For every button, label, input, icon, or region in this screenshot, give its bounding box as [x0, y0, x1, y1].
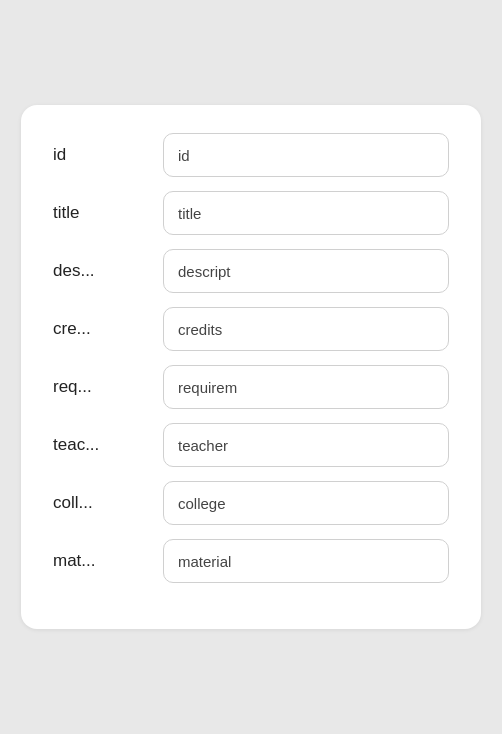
label-id-field: id	[53, 145, 163, 165]
label-teacher-field: teac...	[53, 435, 163, 455]
form-card: idtitledes...cre...req...teac...coll...m…	[21, 105, 481, 629]
title-field[interactable]	[163, 191, 449, 235]
credits-field[interactable]	[163, 307, 449, 351]
material-field[interactable]	[163, 539, 449, 583]
field-row: req...	[53, 365, 449, 409]
field-row: id	[53, 133, 449, 177]
field-row: cre...	[53, 307, 449, 351]
field-row: mat...	[53, 539, 449, 583]
label-credits-field: cre...	[53, 319, 163, 339]
field-row: des...	[53, 249, 449, 293]
label-description-field: des...	[53, 261, 163, 281]
label-title-field: title	[53, 203, 163, 223]
id-field[interactable]	[163, 133, 449, 177]
label-requirements-field: req...	[53, 377, 163, 397]
field-row: title	[53, 191, 449, 235]
label-college-field: coll...	[53, 493, 163, 513]
description-field[interactable]	[163, 249, 449, 293]
requirements-field[interactable]	[163, 365, 449, 409]
teacher-field[interactable]	[163, 423, 449, 467]
college-field[interactable]	[163, 481, 449, 525]
field-row: coll...	[53, 481, 449, 525]
field-row: teac...	[53, 423, 449, 467]
label-material-field: mat...	[53, 551, 163, 571]
